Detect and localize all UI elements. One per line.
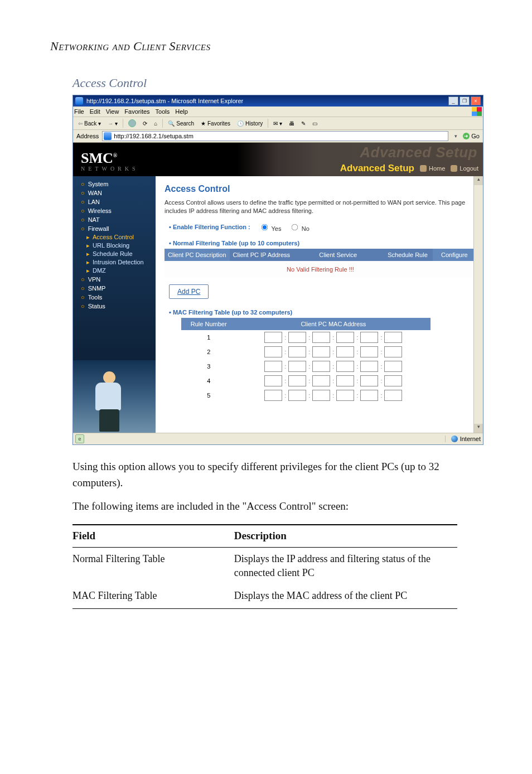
sidebar-sub-access-control[interactable]: ▸Access Control [73, 233, 156, 241]
go-button[interactable]: ➜ Go [463, 133, 480, 139]
sidebar-sub-schedule-rule[interactable]: ▸Schedule Rule [73, 250, 156, 258]
mail-button[interactable]: ✉▾ [272, 120, 284, 127]
sidebar-item-system[interactable]: ○System [73, 180, 156, 188]
logout-icon [451, 165, 457, 172]
lead-in-paragraph: The following items are included in the … [72, 498, 457, 514]
toolbar-separator [268, 119, 268, 128]
enable-yes-radio[interactable] [261, 224, 268, 230]
menu-view[interactable]: View [106, 108, 119, 115]
mac-octet-input[interactable] [336, 390, 354, 401]
enable-yes-option[interactable]: Yes [258, 225, 282, 232]
history-button[interactable]: 🕓History [235, 120, 264, 127]
add-pc-button[interactable]: Add PC [169, 284, 209, 299]
mac-octet-input[interactable] [312, 375, 330, 386]
content-panel: Access Control Access Control allows use… [156, 176, 483, 433]
mac-octet-input[interactable] [384, 390, 402, 401]
address-drop-icon[interactable]: ▾ [452, 133, 460, 139]
mac-octet-input[interactable] [264, 390, 282, 401]
status-zone-label: Internet [460, 436, 481, 442]
scroll-down-icon[interactable]: ▾ [474, 424, 483, 433]
sidebar-item-vpn[interactable]: ○VPN [73, 275, 156, 284]
mac-octet-input[interactable] [264, 361, 282, 372]
cell-desc: Displays the IP address and filtering st… [234, 547, 457, 584]
mac-octet-input[interactable] [336, 332, 354, 343]
mac-octet-input[interactable] [264, 332, 282, 343]
scroll-up-icon[interactable]: ▴ [474, 176, 483, 185]
search-button[interactable]: 🔍Search [166, 120, 196, 127]
sidebar-sub-url-blocking[interactable]: ▸URL Blocking [73, 241, 156, 250]
discuss-icon: ▭ [312, 120, 317, 127]
mac-octet-input[interactable] [288, 361, 306, 372]
mac-octet-input[interactable] [288, 375, 306, 386]
mac-octet-input[interactable] [312, 361, 330, 372]
stop-button[interactable] [127, 119, 138, 128]
reg-mark: ® [113, 152, 117, 158]
mac-octet-input[interactable] [336, 361, 354, 372]
sidebar-item-lan[interactable]: ○LAN [73, 197, 156, 206]
menu-tools[interactable]: Tools [156, 108, 170, 115]
mac-octet-input[interactable] [360, 375, 378, 386]
maximize-button[interactable]: ❐ [460, 96, 470, 105]
mac-octet-input[interactable] [264, 346, 282, 357]
mac-octet-input[interactable] [312, 332, 330, 343]
col-client-service: Client Service [293, 249, 383, 261]
sidebar-item-wireless[interactable]: ○Wireless [73, 206, 156, 215]
mac-octet-input[interactable] [384, 361, 402, 372]
mac-octet-input[interactable] [312, 390, 330, 401]
mac-octet-input[interactable] [384, 346, 402, 357]
mac-separator: : [378, 349, 384, 355]
enable-no-radio[interactable] [291, 224, 298, 230]
stop-icon [128, 119, 136, 127]
sidebar-item-wan[interactable]: ○WAN [73, 188, 156, 197]
mac-separator: : [354, 392, 360, 399]
menu-file[interactable]: File [74, 108, 84, 115]
mac-octet-input[interactable] [264, 375, 282, 386]
mac-octet-input[interactable] [288, 332, 306, 343]
sidebar-sub-intrusion-detection[interactable]: ▸Intrusion Detection [73, 258, 156, 267]
mac-octet-input[interactable] [384, 332, 402, 343]
home-link[interactable]: Home [420, 165, 445, 172]
minimize-button[interactable]: _ [448, 96, 458, 105]
normal-filtering-table: Client PC Description Client PC IP Addre… [165, 249, 476, 278]
mac-octet-input[interactable] [336, 346, 354, 357]
print-button[interactable]: 🖶 [287, 120, 296, 127]
mac-octet-input[interactable] [360, 390, 378, 401]
sidebar-item-firewall[interactable]: ○Firewall [73, 224, 156, 233]
menu-help[interactable]: Help [175, 108, 188, 115]
mac-octet-input[interactable] [288, 390, 306, 401]
logout-link[interactable]: Logout [451, 165, 478, 172]
mac-octet-input[interactable] [360, 332, 378, 343]
intro-paragraph: Using this option allows you to specify … [72, 458, 457, 491]
mac-separator: : [330, 334, 336, 341]
menu-edit[interactable]: Edit [90, 108, 100, 115]
mac-row: 4::::: [181, 374, 431, 388]
mac-octet-input[interactable] [360, 346, 378, 357]
mac-octet-input[interactable] [384, 375, 402, 386]
sidebar-item-label: LAN [88, 199, 100, 205]
sidebar-item-snmp[interactable]: ○SNMP [73, 284, 156, 293]
address-field[interactable]: http://192.168.2.1/setupa.stm [102, 131, 448, 141]
mail-drop-icon: ▾ [279, 120, 282, 127]
sidebar-item-status[interactable]: ○Status [73, 302, 156, 311]
mail-icon: ✉ [273, 120, 278, 127]
mac-octet-input[interactable] [312, 346, 330, 357]
home-button[interactable]: ⌂ [152, 120, 159, 127]
sidebar-item-nat[interactable]: ○NAT [73, 215, 156, 224]
mac-separator: : [378, 363, 384, 370]
edit-button[interactable]: ✎ [299, 120, 307, 127]
discuss-button[interactable]: ▭ [311, 120, 319, 127]
refresh-button[interactable]: ⟳ [141, 120, 149, 127]
mac-octet-input[interactable] [336, 375, 354, 386]
forward-button[interactable]: →▾ [106, 120, 119, 127]
back-button[interactable]: ⇦ Back ▾ [76, 120, 103, 127]
close-button[interactable]: × [471, 96, 481, 105]
mac-octet-input[interactable] [360, 361, 378, 372]
mac-octet-input[interactable] [288, 346, 306, 357]
favorites-button[interactable]: ★Favorites [199, 120, 232, 127]
sidebar-item-tools[interactable]: ○Tools [73, 293, 156, 302]
sidebar-sub-dmz[interactable]: ▸DMZ [73, 267, 156, 275]
content-scrollbar[interactable]: ▴ ▾ [473, 176, 483, 433]
menu-favorites[interactable]: Favorites [124, 108, 149, 115]
enable-no-option[interactable]: No [288, 225, 309, 232]
mac-separator: : [330, 378, 336, 384]
